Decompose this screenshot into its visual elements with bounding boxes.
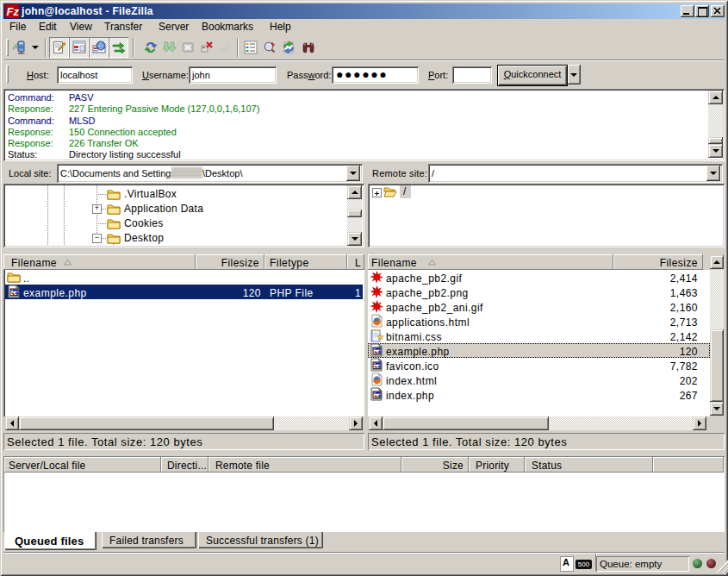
svg-text:Fz: Fz: [7, 5, 20, 18]
